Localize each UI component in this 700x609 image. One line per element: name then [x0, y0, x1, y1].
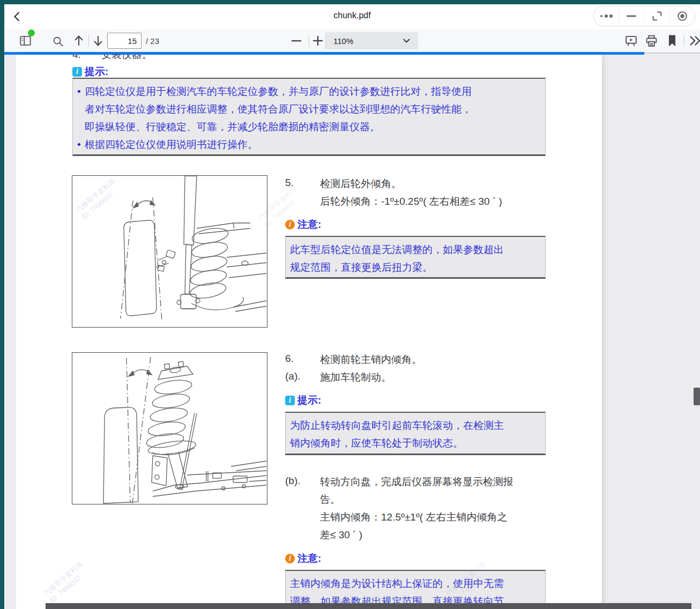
vertical-scrollbar-thumb[interactable] [694, 388, 700, 405]
tip-label: 提示: [85, 65, 108, 79]
ellipsis-icon [599, 13, 613, 19]
clipped-step4-line: 4. 安装仪器。 [72, 55, 297, 60]
tip-label: 提示: [297, 393, 321, 407]
bookmark-icon [667, 34, 677, 47]
pdf-page: 4. 安装仪器。 i 提示: • 四轮定位仪是用于检测汽车的车轮定位参数，并与原… [16, 55, 602, 609]
chevrons-right-icon [688, 35, 700, 46]
expand-icon [651, 10, 663, 22]
rear-suspension-illustration [72, 176, 267, 327]
toolbar-divider [684, 35, 684, 47]
front-strut-illustration [72, 353, 267, 504]
step6-title: 检测前轮主销内倾角。 [320, 353, 422, 367]
step6b-spec-line2: 差≤ 30 ´ ) [320, 528, 362, 542]
diagram-kingpin-inclination [72, 352, 267, 504]
printer-icon [645, 34, 658, 48]
zoom-level-value: 110% [333, 36, 403, 46]
step6b-spec-line1: 主销内倾角：12.5º±1º( 左右主销内倾角之 [320, 510, 507, 524]
print-button[interactable] [643, 33, 659, 48]
more-tools-button[interactable] [687, 34, 700, 48]
toolbar-divider [309, 35, 309, 47]
window-border-left [0, 4, 4, 609]
next-page-button[interactable] [91, 33, 105, 48]
note-label-row: i 注意: [285, 218, 321, 232]
more-options-button[interactable] [594, 6, 619, 26]
presentation-button[interactable] [623, 33, 639, 48]
info-tip-icon: i [285, 396, 295, 405]
step5-number: 5. [285, 177, 294, 189]
bullet-icon: • [77, 83, 81, 100]
notification-dot [28, 29, 35, 36]
zoom-level-select[interactable]: 110% [325, 32, 418, 49]
record-button[interactable] [670, 6, 695, 26]
note-box-rear-alignment: 此车型后轮定位值是无法调整的，如果参数超出 规定范围，直接更换后扭力梁。 [285, 236, 546, 279]
search-button[interactable] [50, 34, 65, 49]
zoom-out-button[interactable] [289, 34, 303, 48]
step6b-number: (b). [285, 475, 301, 487]
sidebar-toggle-button[interactable] [17, 33, 34, 49]
record-icon [676, 10, 688, 22]
plus-icon [313, 36, 323, 46]
expand-button[interactable] [645, 6, 669, 26]
presentation-icon [624, 34, 638, 48]
pdf-viewer-window: chunk.pdf [0, 0, 700, 609]
minus-icon [292, 40, 301, 42]
note-label: 注意: [297, 552, 321, 566]
info-note-icon: i [285, 220, 295, 229]
tip-box-alignment-intro: • 四轮定位仪是用于检测汽车的车轮定位参数，并与原厂的设计参数进行比对，指导使用… [72, 78, 546, 156]
page-count-label: / 23 [146, 36, 159, 46]
minimize-icon [626, 14, 637, 18]
previous-page-button[interactable] [72, 33, 86, 48]
bookmark-button[interactable] [665, 33, 680, 48]
page-number-input[interactable] [107, 33, 142, 49]
arrow-up-icon [73, 34, 85, 47]
bottom-overlay-bar [46, 603, 691, 609]
zoom-in-button[interactable] [311, 34, 325, 48]
recording-control-pill [593, 6, 695, 26]
minimize-button[interactable] [619, 6, 644, 26]
loading-progress-track [644, 53, 700, 54]
note-label: 注意: [297, 218, 321, 232]
toolbar-divider [88, 35, 89, 47]
step6b-line2: 告。 [320, 493, 340, 507]
step6a-number: (a). [285, 370, 301, 382]
step6a-text: 施加车轮制动。 [320, 370, 391, 384]
chevron-down-icon [403, 39, 410, 43]
bullet-icon: • [77, 136, 81, 153]
step5-title: 检测后轮外倾角。 [320, 177, 401, 191]
watermark: 汽修帮手资料库ID: 7496002 [42, 560, 91, 605]
info-note-icon: i [285, 554, 295, 563]
search-icon [52, 35, 64, 48]
step5-spec: 后轮外倾角：-1º±0.25º( 左右相差≤ 30 ´ ) [320, 195, 502, 209]
arrow-down-icon [92, 34, 104, 47]
window-border-top [0, 0, 700, 4]
note-label-row: i 注意: [285, 552, 321, 566]
step6-number: 6. [285, 353, 294, 365]
tip-label-row: i 提示: [285, 393, 321, 407]
tip-label-row: i 提示: [72, 65, 108, 79]
pdf-toolbar: / 23 110% [4, 29, 700, 52]
info-tip-icon: i [72, 67, 82, 77]
tip-box-brake-wheels: 为防止转动转向盘时引起前车轮滚动，在检测主 销内倾角时，应使车轮处于制动状态。 [285, 412, 546, 455]
diagram-rear-camber [72, 175, 267, 328]
step6b-line1: 转动方向盘，完成后仪器屏幕将显示检测报 [320, 475, 513, 489]
